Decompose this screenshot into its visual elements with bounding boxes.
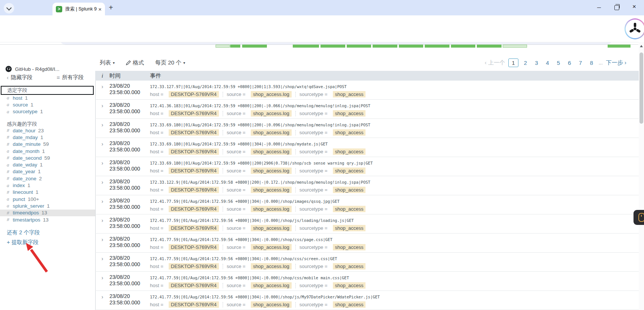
- host-value[interactable]: DESKTOP-S769VR4: [169, 263, 219, 270]
- scroll-up-arrow-icon[interactable]: [640, 45, 643, 47]
- sourcetype-value[interactable]: shop_access: [333, 244, 366, 250]
- sourcetype-value[interactable]: shop_access: [333, 110, 366, 117]
- field-name[interactable]: source: [13, 102, 28, 108]
- expand-chevron-icon[interactable]: ›: [95, 234, 109, 252]
- per-page-dropdown[interactable]: 每页 20 个 ▾: [155, 59, 185, 66]
- window-restore-button[interactable]: [614, 5, 619, 10]
- histogram-bar[interactable]: [399, 45, 423, 48]
- hide-fields-button[interactable]: ‹ 隐藏字段: [7, 74, 33, 81]
- field-name[interactable]: timeendpos: [13, 210, 39, 216]
- pagination-page-8[interactable]: 8: [588, 59, 595, 67]
- sourcetype-value[interactable]: shop_access: [333, 129, 366, 136]
- sidebar-field-splunk_server[interactable]: a splunk_server 1: [0, 202, 95, 209]
- sourcetype-value[interactable]: shop_access: [333, 168, 366, 174]
- sourcetype-value[interactable]: shop_access: [333, 148, 366, 155]
- sourcetype-value[interactable]: shop_access: [333, 263, 366, 270]
- host-value[interactable]: DESKTOP-S769VR4: [169, 91, 219, 97]
- sidebar-field-punct[interactable]: a punct 100+: [0, 196, 95, 202]
- field-name[interactable]: date_zone: [13, 176, 36, 181]
- tab-close-icon[interactable]: ×: [98, 6, 102, 12]
- host-value[interactable]: DESKTOP-S769VR4: [169, 187, 219, 193]
- pagination-page-1[interactable]: 1: [508, 58, 518, 67]
- browser-tab[interactable]: > 搜索 | Splunk 9.2.2 ×: [52, 3, 105, 15]
- histogram-bar[interactable]: [230, 45, 240, 48]
- field-name[interactable]: date_month: [13, 148, 39, 154]
- sidebar-field-source[interactable]: a source 1: [0, 101, 95, 108]
- host-value[interactable]: DESKTOP-S769VR4: [169, 206, 219, 212]
- sourcetype-value[interactable]: shop_access: [333, 282, 366, 289]
- browser-avatar[interactable]: [625, 18, 644, 39]
- scroll-widget[interactable]: [634, 210, 644, 225]
- histogram-bar[interactable]: [608, 45, 631, 48]
- histogram-bar[interactable]: [321, 45, 345, 48]
- tab-search-button[interactable]: [4, 3, 14, 13]
- sourcetype-value[interactable]: shop_access: [333, 206, 366, 212]
- sidebar-field-timeendpos[interactable]: # timeendpos 13: [0, 210, 95, 216]
- expand-chevron-icon[interactable]: ›: [95, 253, 109, 271]
- host-value[interactable]: DESKTOP-S769VR4: [169, 148, 219, 155]
- pagination-page-6[interactable]: 6: [566, 59, 573, 67]
- field-name[interactable]: date_year: [13, 169, 35, 174]
- source-value[interactable]: shop_access.log: [251, 206, 292, 212]
- field-name[interactable]: host: [13, 95, 22, 101]
- source-value[interactable]: shop_access.log: [251, 263, 292, 270]
- histogram-bar[interactable]: [216, 45, 230, 48]
- expand-chevron-icon[interactable]: ›: [95, 291, 109, 310]
- sidebar-field-linecount[interactable]: # linecount 1: [0, 189, 95, 196]
- source-value[interactable]: shop_access.log: [251, 129, 292, 136]
- pagination-page-5[interactable]: 5: [555, 59, 562, 67]
- sidebar-field-date_wday[interactable]: a date_wday 1: [0, 161, 95, 168]
- host-value[interactable]: DESKTOP-S769VR4: [169, 129, 219, 136]
- source-value[interactable]: shop_access.log: [251, 301, 292, 308]
- sidebar-field-date_second[interactable]: # date_second 59: [0, 154, 95, 161]
- expand-chevron-icon[interactable]: ›: [95, 214, 109, 233]
- selected-fields-header[interactable]: 选定字段: [1, 86, 94, 95]
- window-close-button[interactable]: ×: [632, 4, 636, 10]
- view-mode-dropdown[interactable]: 列表 ▾: [100, 59, 115, 66]
- histogram-bar[interactable]: [293, 45, 319, 48]
- source-value[interactable]: shop_access.log: [251, 91, 292, 97]
- sourcetype-value[interactable]: shop_access: [333, 91, 366, 97]
- histogram-bar[interactable]: [425, 45, 449, 48]
- expand-chevron-icon[interactable]: ›: [95, 119, 109, 138]
- histogram-bar[interactable]: [373, 45, 397, 48]
- sidebar-field-date_minute[interactable]: # date_minute 59: [0, 141, 95, 148]
- field-name[interactable]: date_wday: [13, 162, 37, 168]
- sidebar-field-sourcetype[interactable]: a sourcetype 1: [0, 108, 95, 115]
- sidebar-field-timestartpos[interactable]: # timestartpos 13: [0, 216, 95, 223]
- source-value[interactable]: shop_access.log: [251, 244, 292, 250]
- field-name[interactable]: date_minute: [13, 141, 40, 147]
- sourcetype-value[interactable]: shop_access: [333, 225, 366, 231]
- histogram-bar[interactable]: [242, 45, 267, 48]
- field-name[interactable]: linecount: [13, 189, 33, 195]
- source-value[interactable]: shop_access.log: [251, 110, 292, 117]
- bookmark-github[interactable]: GitHub - R4gd0ll/I...: [5, 66, 60, 72]
- field-name[interactable]: date_hour: [13, 128, 36, 133]
- expand-chevron-icon[interactable]: ›: [95, 195, 109, 214]
- sourcetype-value[interactable]: shop_access: [333, 187, 366, 193]
- pagination-page-7[interactable]: 7: [577, 59, 584, 67]
- host-value[interactable]: DESKTOP-S769VR4: [169, 282, 219, 289]
- sidebar-field-date_year[interactable]: # date_year 1: [0, 168, 95, 175]
- expand-chevron-icon[interactable]: ›: [95, 272, 109, 291]
- expand-chevron-icon[interactable]: ›: [95, 100, 109, 118]
- sidebar-field-date_month[interactable]: a date_month 1: [0, 148, 95, 154]
- more-fields-link[interactable]: 还有 2 个字段: [7, 229, 40, 236]
- sidebar-field-date_mday[interactable]: # date_mday 1: [0, 134, 95, 141]
- field-name[interactable]: splunk_server: [13, 203, 44, 209]
- sourcetype-value[interactable]: shop_access: [333, 301, 366, 308]
- sidebar-field-host[interactable]: a host 1: [0, 94, 95, 101]
- pagination-page-3[interactable]: 3: [533, 59, 540, 67]
- expand-chevron-icon[interactable]: ›: [95, 176, 109, 195]
- field-name[interactable]: timestartpos: [13, 217, 40, 223]
- expand-chevron-icon[interactable]: ›: [95, 81, 109, 99]
- scrollbar-thumb[interactable]: [640, 52, 643, 124]
- sidebar-field-index[interactable]: a index 1: [0, 182, 95, 189]
- source-value[interactable]: shop_access.log: [251, 187, 292, 193]
- source-value[interactable]: shop_access.log: [251, 148, 292, 155]
- sidebar-field-date_hour[interactable]: # date_hour 23: [0, 127, 95, 134]
- field-name[interactable]: punct: [13, 196, 25, 202]
- field-name[interactable]: index: [13, 183, 25, 188]
- pagination-next[interactable]: 下一步 ›: [606, 59, 626, 66]
- pagination-page-2[interactable]: 2: [522, 59, 529, 67]
